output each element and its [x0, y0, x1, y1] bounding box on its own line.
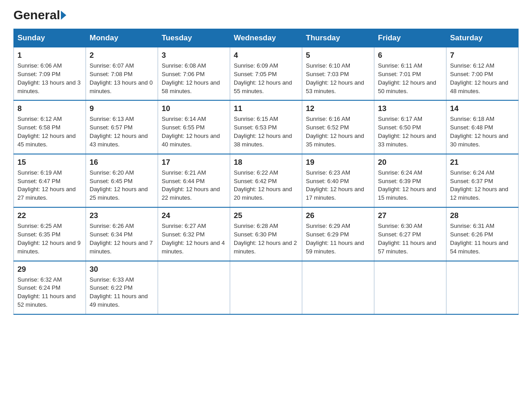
day-info: Sunrise: 6:09 AM Sunset: 7:05 PM Dayligh…: [234, 62, 298, 95]
calendar-cell: 27 Sunrise: 6:30 AM Sunset: 6:27 PM Dayl…: [374, 207, 446, 261]
calendar-cell: 6 Sunrise: 6:11 AM Sunset: 7:01 PM Dayli…: [374, 47, 446, 101]
day-number: 28: [450, 211, 515, 220]
calendar-week-0: 1 Sunrise: 6:06 AM Sunset: 7:09 PM Dayli…: [14, 47, 519, 101]
day-number: 27: [378, 211, 442, 220]
calendar-cell: 13 Sunrise: 6:17 AM Sunset: 6:50 PM Dayl…: [374, 100, 446, 154]
day-info: Sunrise: 6:13 AM Sunset: 6:57 PM Dayligh…: [90, 115, 154, 149]
day-info: Sunrise: 6:17 AM Sunset: 6:50 PM Dayligh…: [378, 115, 442, 149]
day-info: Sunrise: 6:29 AM Sunset: 6:29 PM Dayligh…: [306, 222, 370, 256]
calendar-cell: 21 Sunrise: 6:24 AM Sunset: 6:37 PM Dayl…: [446, 154, 519, 207]
day-number: 10: [162, 104, 226, 113]
logo-arrow-icon: [61, 11, 66, 20]
calendar-cell: [446, 261, 519, 314]
weekday-header-monday: Monday: [86, 29, 158, 47]
day-info: Sunrise: 6:23 AM Sunset: 6:40 PM Dayligh…: [306, 169, 370, 202]
calendar-week-1: 8 Sunrise: 6:12 AM Sunset: 6:58 PM Dayli…: [14, 100, 519, 154]
day-number: 13: [378, 104, 442, 113]
day-number: 5: [306, 51, 370, 60]
day-number: 3: [162, 51, 226, 60]
calendar-week-4: 29 Sunrise: 6:32 AM Sunset: 6:24 PM Dayl…: [14, 261, 519, 314]
day-info: Sunrise: 6:24 AM Sunset: 6:37 PM Dayligh…: [450, 169, 515, 202]
day-number: 9: [90, 104, 154, 113]
calendar-cell: [302, 261, 374, 314]
day-number: 2: [90, 51, 154, 60]
calendar-cell: 26 Sunrise: 6:29 AM Sunset: 6:29 PM Dayl…: [302, 207, 374, 261]
day-info: Sunrise: 6:24 AM Sunset: 6:39 PM Dayligh…: [378, 169, 442, 202]
day-number: 8: [17, 104, 82, 113]
calendar-cell: 5 Sunrise: 6:10 AM Sunset: 7:03 PM Dayli…: [302, 47, 374, 101]
day-number: 14: [450, 104, 515, 113]
calendar-week-3: 22 Sunrise: 6:25 AM Sunset: 6:35 PM Dayl…: [14, 207, 519, 261]
calendar-cell: 12 Sunrise: 6:16 AM Sunset: 6:52 PM Dayl…: [302, 100, 374, 154]
day-info: Sunrise: 6:18 AM Sunset: 6:48 PM Dayligh…: [450, 115, 515, 149]
day-number: 16: [90, 158, 154, 167]
calendar-cell: 1 Sunrise: 6:06 AM Sunset: 7:09 PM Dayli…: [14, 47, 86, 101]
calendar-cell: 10 Sunrise: 6:14 AM Sunset: 6:55 PM Dayl…: [158, 100, 230, 154]
day-number: 24: [162, 211, 226, 220]
day-number: 17: [162, 158, 226, 167]
day-number: 20: [378, 158, 442, 167]
day-info: Sunrise: 6:26 AM Sunset: 6:34 PM Dayligh…: [90, 222, 154, 256]
day-info: Sunrise: 6:12 AM Sunset: 6:58 PM Dayligh…: [17, 115, 82, 149]
day-number: 23: [90, 211, 154, 220]
day-info: Sunrise: 6:07 AM Sunset: 7:08 PM Dayligh…: [90, 62, 154, 95]
day-info: Sunrise: 6:16 AM Sunset: 6:52 PM Dayligh…: [306, 115, 370, 149]
logo-text: General: [13, 9, 66, 21]
weekday-header-thursday: Thursday: [302, 29, 374, 47]
calendar-cell: 23 Sunrise: 6:26 AM Sunset: 6:34 PM Dayl…: [86, 207, 158, 261]
weekday-header-row: SundayMondayTuesdayWednesdayThursdayFrid…: [14, 29, 519, 47]
day-info: Sunrise: 6:31 AM Sunset: 6:26 PM Dayligh…: [450, 222, 515, 256]
logo-general: General: [13, 9, 60, 21]
calendar-cell: 16 Sunrise: 6:20 AM Sunset: 6:45 PM Dayl…: [86, 154, 158, 207]
day-number: 22: [17, 211, 82, 220]
calendar-body: 1 Sunrise: 6:06 AM Sunset: 7:09 PM Dayli…: [14, 47, 519, 314]
calendar-cell: 29 Sunrise: 6:32 AM Sunset: 6:24 PM Dayl…: [14, 261, 86, 314]
day-info: Sunrise: 6:19 AM Sunset: 6:47 PM Dayligh…: [17, 169, 82, 202]
day-info: Sunrise: 6:30 AM Sunset: 6:27 PM Dayligh…: [378, 222, 442, 256]
day-info: Sunrise: 6:20 AM Sunset: 6:45 PM Dayligh…: [90, 169, 154, 202]
day-number: 12: [306, 104, 370, 113]
calendar-header: SundayMondayTuesdayWednesdayThursdayFrid…: [14, 29, 519, 47]
calendar-cell: 20 Sunrise: 6:24 AM Sunset: 6:39 PM Dayl…: [374, 154, 446, 207]
calendar-cell: 3 Sunrise: 6:08 AM Sunset: 7:06 PM Dayli…: [158, 47, 230, 101]
calendar-cell: 7 Sunrise: 6:12 AM Sunset: 7:00 PM Dayli…: [446, 47, 519, 101]
calendar-cell: [230, 261, 302, 314]
calendar-cell: 2 Sunrise: 6:07 AM Sunset: 7:08 PM Dayli…: [86, 47, 158, 101]
day-number: 4: [234, 51, 298, 60]
day-number: 18: [234, 158, 298, 167]
calendar-cell: 11 Sunrise: 6:15 AM Sunset: 6:53 PM Dayl…: [230, 100, 302, 154]
calendar-cell: 25 Sunrise: 6:28 AM Sunset: 6:30 PM Dayl…: [230, 207, 302, 261]
calendar-cell: 9 Sunrise: 6:13 AM Sunset: 6:57 PM Dayli…: [86, 100, 158, 154]
day-info: Sunrise: 6:06 AM Sunset: 7:09 PM Dayligh…: [17, 62, 82, 95]
calendar-cell: [158, 261, 230, 314]
calendar-cell: 28 Sunrise: 6:31 AM Sunset: 6:26 PM Dayl…: [446, 207, 519, 261]
calendar-cell: 22 Sunrise: 6:25 AM Sunset: 6:35 PM Dayl…: [14, 207, 86, 261]
calendar-cell: 8 Sunrise: 6:12 AM Sunset: 6:58 PM Dayli…: [14, 100, 86, 154]
day-number: 11: [234, 104, 298, 113]
day-info: Sunrise: 6:32 AM Sunset: 6:24 PM Dayligh…: [17, 276, 82, 309]
day-info: Sunrise: 6:12 AM Sunset: 7:00 PM Dayligh…: [450, 62, 515, 95]
day-number: 30: [90, 265, 154, 274]
calendar-cell: 24 Sunrise: 6:27 AM Sunset: 6:32 PM Dayl…: [158, 207, 230, 261]
calendar-week-2: 15 Sunrise: 6:19 AM Sunset: 6:47 PM Dayl…: [14, 154, 519, 207]
calendar-cell: 30 Sunrise: 6:33 AM Sunset: 6:22 PM Dayl…: [86, 261, 158, 314]
day-info: Sunrise: 6:22 AM Sunset: 6:42 PM Dayligh…: [234, 169, 298, 202]
calendar-cell: [374, 261, 446, 314]
day-info: Sunrise: 6:10 AM Sunset: 7:03 PM Dayligh…: [306, 62, 370, 95]
day-number: 1: [17, 51, 82, 60]
day-number: 26: [306, 211, 370, 220]
calendar-cell: 17 Sunrise: 6:21 AM Sunset: 6:44 PM Dayl…: [158, 154, 230, 207]
calendar-cell: 15 Sunrise: 6:19 AM Sunset: 6:47 PM Dayl…: [14, 154, 86, 207]
weekday-header-tuesday: Tuesday: [158, 29, 230, 47]
day-number: 19: [306, 158, 370, 167]
day-number: 6: [378, 51, 442, 60]
day-info: Sunrise: 6:33 AM Sunset: 6:22 PM Dayligh…: [90, 276, 154, 309]
calendar-table: SundayMondayTuesdayWednesdayThursdayFrid…: [13, 29, 519, 315]
day-info: Sunrise: 6:15 AM Sunset: 6:53 PM Dayligh…: [234, 115, 298, 149]
day-info: Sunrise: 6:08 AM Sunset: 7:06 PM Dayligh…: [162, 62, 226, 95]
calendar-cell: 14 Sunrise: 6:18 AM Sunset: 6:48 PM Dayl…: [446, 100, 519, 154]
day-number: 7: [450, 51, 515, 60]
calendar-cell: 18 Sunrise: 6:22 AM Sunset: 6:42 PM Dayl…: [230, 154, 302, 207]
logo: General: [13, 9, 66, 21]
day-info: Sunrise: 6:25 AM Sunset: 6:35 PM Dayligh…: [17, 222, 82, 256]
